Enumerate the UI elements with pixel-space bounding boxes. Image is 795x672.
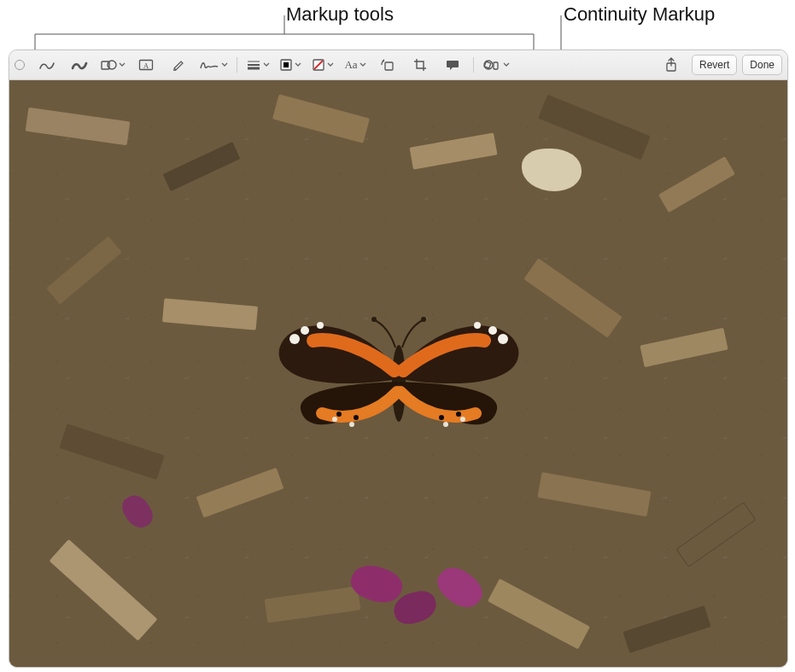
svg-point-30 (349, 422, 354, 427)
callout-lines (0, 0, 795, 51)
draw-button[interactable] (64, 55, 95, 75)
sketch-button[interactable] (32, 55, 62, 75)
svg-point-31 (460, 417, 465, 422)
image-canvas[interactable] (9, 80, 787, 668)
text-icon: A (138, 58, 154, 72)
highlight-button[interactable] (163, 55, 194, 75)
done-label: Done (750, 59, 775, 71)
sign-button[interactable] (196, 55, 231, 75)
svg-point-23 (289, 334, 300, 344)
svg-rect-17 (385, 62, 393, 70)
fill-color-button[interactable] (307, 55, 338, 75)
shape-style-button[interactable] (243, 55, 273, 75)
chevron-down-icon (360, 61, 366, 68)
shapes-button[interactable] (96, 55, 129, 75)
border-color-button[interactable] (275, 55, 306, 75)
border-color-icon (279, 58, 293, 72)
svg-point-34 (354, 415, 359, 420)
image-description-button[interactable] (437, 55, 468, 75)
text-button[interactable]: A (131, 55, 161, 75)
sign-icon (199, 58, 219, 72)
revert-button[interactable]: Revert (692, 55, 737, 75)
rotate-button[interactable] (372, 55, 403, 75)
svg-point-24 (301, 326, 309, 335)
share-icon (664, 57, 678, 73)
svg-rect-20 (494, 62, 498, 69)
svg-point-36 (439, 415, 444, 420)
chevron-down-icon (327, 61, 334, 68)
svg-point-28 (474, 322, 481, 329)
callouts-area: Markup tools Continuity Markup (0, 0, 795, 50)
revert-label: Revert (699, 59, 729, 71)
highlight-icon (171, 58, 186, 72)
chevron-down-icon (119, 61, 126, 68)
toolbar: A (9, 50, 787, 80)
image-description-icon (445, 58, 460, 72)
svg-rect-14 (284, 62, 289, 67)
svg-text:A: A (143, 61, 149, 70)
svg-point-27 (488, 326, 497, 335)
crop-button[interactable] (405, 55, 435, 75)
rotate-icon (380, 58, 395, 72)
svg-point-35 (456, 412, 461, 417)
svg-point-25 (317, 322, 324, 329)
window-control-icon[interactable] (15, 60, 25, 70)
butterfly (254, 289, 544, 477)
chevron-down-icon (503, 61, 510, 68)
svg-point-29 (332, 417, 337, 422)
sketch-icon (38, 58, 56, 72)
toolbar-divider (237, 57, 237, 73)
chevron-down-icon (221, 61, 228, 68)
toolbar-divider (473, 57, 474, 73)
svg-rect-19 (484, 61, 491, 68)
svg-point-37 (371, 317, 377, 322)
shapes-icon (100, 58, 117, 72)
draw-icon (71, 58, 88, 72)
shape-style-icon (246, 58, 261, 72)
share-button[interactable] (656, 55, 687, 75)
continuity-markup-button[interactable] (479, 55, 513, 75)
svg-point-26 (498, 334, 508, 344)
text-style-icon: Aa (344, 58, 357, 72)
chevron-down-icon (295, 61, 301, 68)
svg-point-33 (336, 412, 342, 417)
text-style-button[interactable]: Aa (340, 55, 371, 75)
continuity-markup-icon (482, 58, 501, 72)
crop-icon (413, 58, 427, 72)
markup-window: A (9, 50, 788, 668)
done-button[interactable]: Done (742, 55, 782, 75)
chevron-down-icon (263, 61, 270, 68)
fill-color-icon (312, 58, 325, 72)
svg-point-32 (443, 422, 448, 427)
svg-point-38 (421, 317, 426, 322)
